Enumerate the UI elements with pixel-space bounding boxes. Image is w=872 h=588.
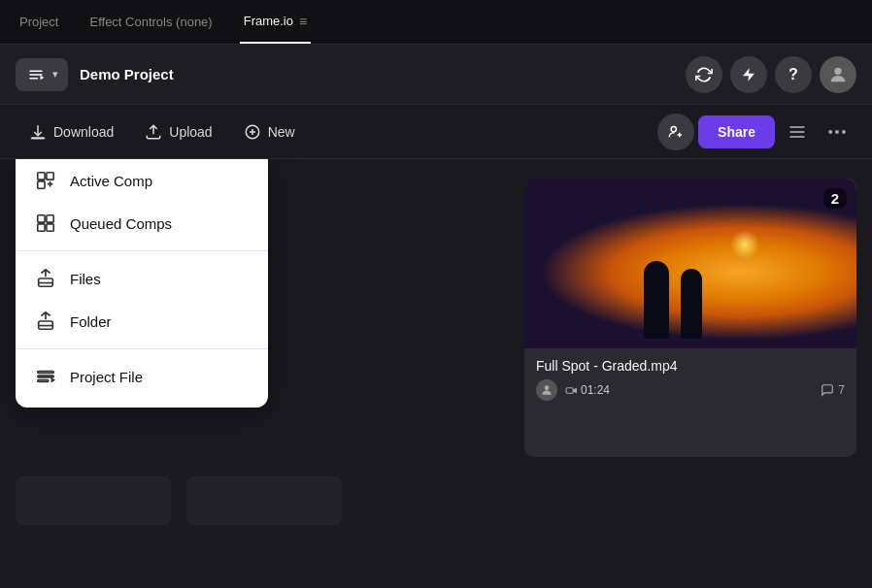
more-options-button[interactable]: ••• — [820, 114, 856, 150]
help-button[interactable]: ? — [775, 56, 812, 93]
menu-item-files[interactable]: Files — [16, 257, 268, 300]
badge-count: 2 — [823, 188, 847, 209]
svg-rect-0 — [29, 70, 43, 72]
svg-marker-28 — [51, 377, 56, 383]
project-title: Demo Project — [80, 66, 686, 82]
upload-button[interactable]: Upload — [131, 115, 225, 148]
svg-point-29 — [545, 385, 550, 390]
svg-rect-19 — [38, 215, 45, 222]
svg-rect-22 — [47, 224, 53, 231]
tab-frameio[interactable]: Frame.io ≡ — [240, 0, 311, 44]
svg-rect-16 — [38, 173, 45, 180]
svg-rect-27 — [38, 380, 49, 382]
toolbar: Download Upload New Share — [0, 105, 872, 159]
svg-rect-30 — [566, 387, 573, 392]
card-title: Full Spot - Graded.mp4 — [536, 358, 845, 374]
svg-rect-25 — [38, 372, 54, 374]
svg-rect-1 — [29, 74, 43, 76]
video-duration: 01:24 — [565, 383, 610, 397]
new-button[interactable]: New — [230, 115, 309, 148]
bottom-card-2[interactable] — [186, 476, 342, 525]
svg-rect-2 — [29, 78, 38, 80]
video-thumbnail: 2 — [524, 179, 856, 348]
header: ▾ Demo Project ? — [0, 45, 872, 105]
menu-item-project-file[interactable]: Project File — [16, 355, 268, 398]
download-button[interactable]: Download — [16, 115, 127, 148]
tab-effect-controls[interactable]: Effect Controls (none) — [85, 0, 216, 44]
card-avatar — [536, 379, 557, 401]
avatar[interactable] — [820, 56, 856, 93]
main-video-card[interactable]: 2 Full Spot - Graded.mp4 — [524, 179, 856, 457]
svg-marker-3 — [41, 75, 45, 80]
svg-point-5 — [834, 67, 841, 74]
tab-menu-icon: ≡ — [299, 14, 307, 29]
svg-marker-4 — [743, 68, 755, 81]
svg-point-10 — [671, 126, 676, 131]
menu-divider-1 — [16, 250, 268, 251]
project-icon — [25, 64, 47, 85]
bottom-cards — [16, 476, 856, 570]
chevron-down-icon: ▾ — [52, 68, 58, 81]
comment-count: 7 — [821, 383, 845, 397]
header-actions: ? — [686, 56, 856, 93]
svg-rect-20 — [47, 215, 53, 222]
svg-marker-31 — [573, 387, 577, 392]
svg-rect-17 — [47, 173, 53, 180]
menu-item-folder[interactable]: Folder — [16, 300, 268, 343]
menu-divider-2 — [16, 348, 268, 349]
tab-project[interactable]: Project — [16, 0, 62, 44]
project-selector[interactable]: ▾ — [16, 58, 68, 91]
card-info: Full Spot - Graded.mp4 01:2 — [524, 348, 856, 412]
refresh-button[interactable] — [686, 56, 722, 93]
lightning-button[interactable] — [730, 56, 767, 93]
svg-rect-21 — [38, 224, 45, 231]
card-meta-left: 01:24 — [536, 379, 610, 401]
svg-rect-18 — [38, 181, 45, 188]
list-view-button[interactable] — [779, 114, 816, 150]
card-meta: 01:24 7 — [536, 379, 845, 401]
menu-item-queued-comps[interactable]: Queued Comps — [16, 202, 268, 245]
svg-rect-26 — [38, 376, 54, 377]
add-reviewer-button[interactable] — [657, 114, 694, 150]
content-area: Active Comp Queued Comps Files — [0, 159, 872, 588]
bottom-card-1[interactable] — [16, 476, 171, 525]
menu-item-active-comp[interactable]: Active Comp — [16, 159, 268, 202]
share-button[interactable]: Share — [698, 115, 775, 148]
dropdown-menu: Active Comp Queued Comps Files — [16, 159, 268, 408]
tab-bar: Project Effect Controls (none) Frame.io … — [0, 0, 872, 45]
